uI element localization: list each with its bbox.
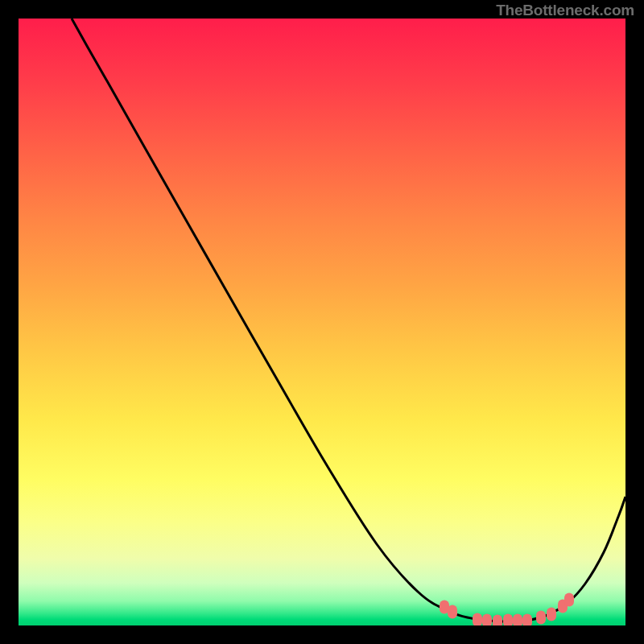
optimal-zone-marker	[448, 605, 457, 619]
optimal-zone-marker	[493, 615, 502, 626]
optimal-zone-marker	[473, 613, 482, 626]
watermark-text: TheBottleneck.com	[496, 2, 634, 19]
chart-canvas: TheBottleneck.com	[0, 0, 644, 644]
chart-overlay	[19, 19, 625, 625]
optimal-zone-marker	[547, 608, 556, 621]
bottleneck-curve	[72, 19, 625, 621]
optimal-zone-marker	[513, 614, 522, 626]
optimal-zone-marker	[522, 614, 532, 626]
optimal-zone-marker	[564, 593, 574, 607]
optimal-zone-marker	[503, 614, 513, 626]
optimal-zone-marker	[482, 614, 492, 626]
optimal-zone-marker	[536, 611, 546, 625]
plot-area	[19, 19, 625, 625]
